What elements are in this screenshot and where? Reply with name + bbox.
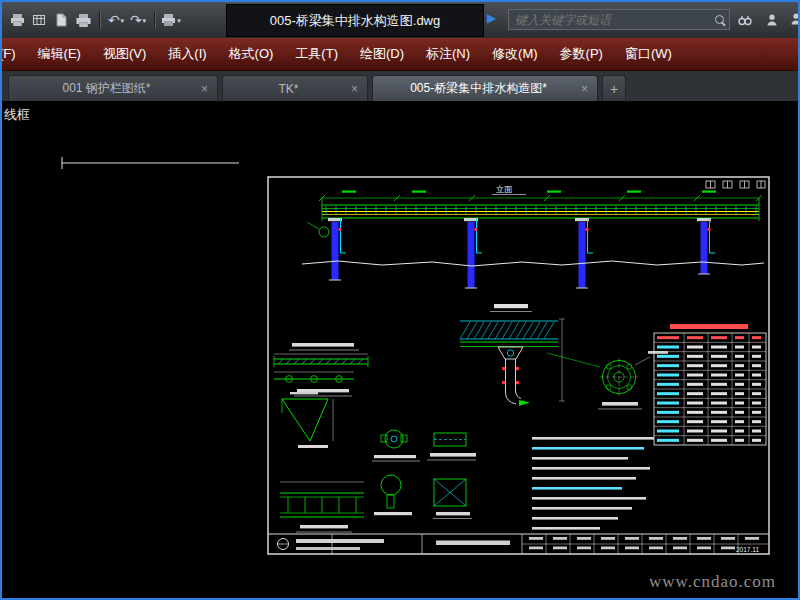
play-icon: ▶ [487,11,496,25]
ground-line [302,261,764,266]
quick-access-toolbar: ↶▾ ↷▾ ▾ [7,10,181,30]
member-hatch [278,359,363,364]
toolbar-separator [154,11,155,29]
drawing-tabbar: 001 钢护栏图纸* × TK* × 005-桥梁集中排水构造图* × + [2,71,798,101]
new-document-button[interactable] [51,10,71,30]
revision-marks [706,181,765,188]
find-button[interactable] [735,10,755,30]
detail-pipe-clamp-2 [374,475,412,515]
clipped-toolbar-button[interactable] [789,12,798,28]
notes-text-block [532,437,654,530]
document-title: 005-桥梁集中排水构造图.dwg [270,12,440,30]
water-hatch [460,322,554,339]
printer-icon [161,13,176,27]
user-icon [765,13,779,27]
undo-button[interactable]: ↶▾ [106,10,126,30]
plotter-icon [75,13,92,28]
menu-file[interactable]: 文件(F) [2,38,27,70]
titlebar: ↶▾ ↷▾ ▾ 005-桥梁集中排水构造图.dwg ▶ [2,2,798,38]
detail-bracket [282,392,333,448]
sign-in-button[interactable] [762,10,782,30]
menu-format[interactable]: 格式(O) [218,38,285,70]
guardrail-posts [326,206,756,214]
menu-draw[interactable]: 绘图(D) [349,38,415,70]
bridge-elevation-view: 立面 [302,185,764,288]
detail-deck-drain [460,304,600,406]
redo-button[interactable]: ↷▾ [128,10,148,30]
search-input[interactable] [509,13,709,27]
titlebar-right-icons [735,10,798,30]
detail-anchor-layout [274,343,368,396]
close-icon[interactable]: × [201,83,208,95]
detail-flange [598,351,668,409]
table-title-text-bar [670,324,748,329]
tab-label: 001 钢护栏图纸* [18,80,195,97]
printer-icon [10,13,25,27]
viewport-wireframe-control[interactable]: 线框 [4,106,30,124]
drawing-tab-1[interactable]: 001 钢护栏图纸* × [8,75,218,101]
document-title-tab[interactable]: 005-桥梁集中排水构造图.dwg [226,4,484,37]
close-icon[interactable]: × [351,83,358,95]
menu-insert[interactable]: 插入(I) [157,38,217,70]
menu-dimension[interactable]: 标注(N) [415,38,481,70]
plot-caret-icon: ▾ [177,17,181,24]
cad-drawing[interactable]: 立面 [2,101,798,596]
table-button[interactable] [29,10,49,30]
tab-label: 005-桥梁集中排水构造图* [382,80,575,97]
search-box [508,9,730,30]
redo-caret-icon: ▾ [143,17,147,24]
toolbar-separator [99,11,100,29]
menu-modify[interactable]: 修改(M) [481,38,549,70]
bridge-piers [328,218,715,288]
detail-truss-plate [280,482,364,532]
print-button[interactable] [7,10,27,30]
redo-icon: ↷ [130,13,142,27]
model-space-canvas[interactable]: 线框 立面 [2,101,798,598]
tab-label: TK* [232,82,345,96]
search-icon [715,15,724,24]
menubar: 文件(F) 编辑(E) 视图(V) 插入(I) 格式(O) 工具(T) 绘图(D… [2,38,798,71]
leader-line [62,157,239,169]
detail-drain-pipe-section [427,433,476,460]
plus-icon: + [610,81,618,97]
menu-parametric[interactable]: 参数(P) [549,38,614,70]
user-icon [789,12,798,26]
quick-plot-button[interactable]: ▾ [161,10,181,30]
elevation-label: 立面 [496,185,513,194]
drawing-tab-3-active[interactable]: 005-桥梁集中排水构造图* × [372,75,598,101]
binoculars-icon [737,13,753,27]
detail-callout-bubble [319,227,329,237]
menu-window[interactable]: 窗口(W) [614,38,683,70]
detail-pipe-clamp-1 [372,430,420,461]
watermark: www.cndao.com [649,572,776,592]
quantity-table [654,324,766,445]
menu-edit[interactable]: 编辑(E) [27,38,92,70]
title-block-date: 2017.11 [736,546,759,553]
close-icon[interactable]: × [581,83,588,95]
menu-view[interactable]: 视图(V) [92,38,157,70]
undo-icon: ↶ [108,13,120,27]
undo-caret-icon: ▾ [121,17,125,24]
play-button[interactable]: ▶ [487,11,496,25]
app-window: ↶▾ ↷▾ ▾ 005-桥梁集中排水构造图.dwg ▶ [0,0,800,600]
search-button[interactable] [709,10,729,29]
title-block: 2017.11 [268,534,769,554]
table-grid-icon [32,13,46,27]
menu-tools[interactable]: 工具(T) [284,38,349,70]
plot-button[interactable] [73,10,93,30]
drawing-tab-2[interactable]: TK* × [222,75,368,101]
document-icon [54,13,68,27]
new-drawing-tab-button[interactable]: + [602,75,626,101]
detail-enlargement-box [433,479,472,519]
